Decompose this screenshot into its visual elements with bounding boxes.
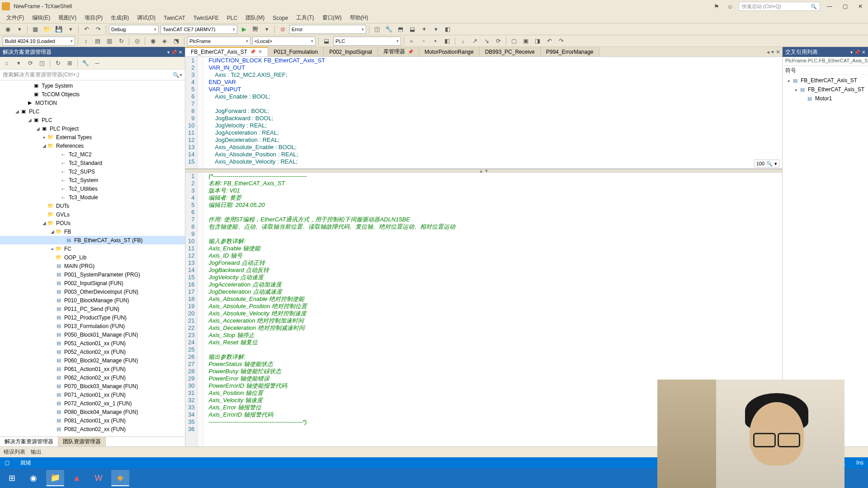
tool-c-icon[interactable]: ⬒ [396,24,406,34]
menu-item[interactable]: 调试(D) [133,13,159,23]
feedback-icon[interactable]: ☺ [725,1,735,11]
home-icon[interactable]: ⌂ [2,58,12,68]
close-icon[interactable]: ✕ [258,49,262,55]
quick-launch-input[interactable]: 快速启动 (Ctrl+Q) 🔍 [739,2,820,11]
back-icon[interactable]: ◉ [3,24,13,34]
tree-item[interactable]: ▤MAIN (PRG) [0,262,185,270]
zoom-control[interactable]: 100🔍▾ [754,160,779,168]
editor-tab[interactable]: MotorPositionRange [419,47,480,56]
local-combo[interactable]: <Local>▾ [252,37,316,46]
tree-item[interactable]: ▤FB_EtherCAT_Axis_ST (FB) [0,236,185,244]
pin-icon[interactable]: 📌 [171,50,177,55]
tool-f-icon[interactable]: ▾ [431,24,441,34]
tree-item[interactable]: ◢📁References [0,141,185,150]
tree-item[interactable]: ◢▣PLC [0,107,185,116]
pin-icon[interactable]: 📌 [408,49,413,54]
dbg-a-icon[interactable]: ▹ [407,36,417,46]
plc-combo[interactable]: PLC▾ [333,37,401,46]
dbg-g-icon[interactable]: ↘ [481,36,491,46]
tool-g-icon[interactable]: ◧ [443,24,453,34]
tree-item[interactable]: •◦Tc2_MC2 [0,150,185,159]
close-all-icon[interactable]: ✕ [776,49,780,55]
tree-item[interactable]: ▤P080_Block04_Manage (FUN) [0,408,185,416]
redo-icon[interactable]: ↷ [93,24,103,34]
menu-item[interactable]: Scope [269,14,292,22]
attach-label[interactable]: 附 [251,25,260,33]
tree-item[interactable]: •◦Tc2_SUPS [0,167,185,176]
tree-item[interactable]: ▤P072_Action02_xx_1 (FUN) [0,399,185,408]
tb2-d-icon[interactable]: ◉ [148,36,158,46]
menu-item[interactable]: 文件(F) [3,13,28,23]
tb2-e-icon[interactable]: ◈ [160,36,170,46]
tb2-a-icon[interactable]: ↕ [81,36,91,46]
minimize-button[interactable]: — [824,2,835,11]
cross-item[interactable]: ▤Motor1 [783,94,868,103]
tree-item[interactable]: •◦Tc2_System [0,176,185,184]
tab-output[interactable]: 输出 [31,448,42,456]
tree-item[interactable]: ▤P061_Action01_xx (FUN) [0,365,185,373]
declaration-editor[interactable]: 123456789101112131415 FUNCTION_BLOCK FB_… [185,57,782,169]
tab-error-list[interactable]: 错误列表 [4,448,25,456]
dbg-h-icon[interactable]: ⟳ [493,36,503,46]
tree-item[interactable]: ▣TcCOM Objects [0,90,185,99]
tree-item[interactable]: ▤P003_OtherDeviceInput (FUN) [0,287,185,296]
undo-icon[interactable]: ↶ [81,24,91,34]
dropdown-icon[interactable]: ▾ [850,50,853,55]
tool-b-icon[interactable]: 🔧 [384,24,394,34]
cross-item[interactable]: ▸▤FB_EtherCAT_Axis_ST [783,85,868,94]
target-icon[interactable]: ◎ [132,36,142,46]
tree-item[interactable]: ▤P060_Block02_Manage (FUN) [0,356,185,365]
config-combo[interactable]: Debug▾ [109,25,159,34]
editor-splitter[interactable]: ▴▾ [185,169,782,173]
tree-item[interactable]: ▤P052_Action02_xx (FUN) [0,347,185,356]
tree-item[interactable]: ◢📁POUs [0,219,185,227]
tree-item[interactable]: ▤P082_Action02_xx (FUN) [0,425,185,433]
tb2-f-icon[interactable]: ⬔ [171,36,181,46]
cross-item[interactable]: ▸▤FB_EtherCAT_Axis_ST [783,76,868,85]
editor-tab[interactable]: FB_EtherCAT_Axis_ST📌✕ [185,47,268,56]
tree-item[interactable]: ▸📁FC [0,244,185,253]
tree-item[interactable]: ▤P062_Action02_xx (FUN) [0,373,185,382]
editor-tab[interactable]: P013_Formulation [268,47,324,56]
tree-item[interactable]: ▤P011_PC_Send (FUN) [0,305,185,313]
maximize-button[interactable]: ▢ [839,2,851,11]
tree-item[interactable]: ▤P002_InputSignal (FUN) [0,279,185,287]
tree-item[interactable]: 📁DUTs [0,202,185,210]
warning-app-icon[interactable]: ▲ [68,470,86,486]
dbg-c-icon[interactable]: ▪ [430,36,440,46]
dropdown-icon[interactable]: ▾ [167,50,170,55]
tree-item[interactable]: ▤P070_Block03_Manage (FUN) [0,382,185,390]
close-icon[interactable]: ✕ [179,50,182,55]
saveall-icon[interactable]: ▾ [66,24,75,34]
open-icon[interactable]: 📁 [42,24,52,34]
prop-icon[interactable]: 🔧 [80,58,90,68]
tree-item[interactable]: ▤P001_SystemParameter (PRG) [0,270,185,279]
editor-tab[interactable]: 库管理器📌 [378,47,419,56]
tree-item[interactable]: 📁GVLs [0,210,185,219]
menu-item[interactable]: 窗口(W) [319,13,345,23]
tree-item[interactable]: •◦Tc2_Standard [0,159,185,167]
tree-item[interactable]: ▤P010_BlockManage (FUN) [0,296,185,305]
editor-tab[interactable]: P994_ErrorManage [541,47,599,56]
tb2-b-icon[interactable]: ▤ [93,36,103,46]
forward-icon[interactable]: ▾ [14,24,24,34]
dbg-f-icon[interactable]: ↗ [470,36,480,46]
explorer-search[interactable]: 搜索解决方案资源管理器(Ctrl+;) 🔍▾ [0,70,185,80]
tool-e-icon[interactable]: ✴ [419,24,429,34]
menu-item[interactable]: 帮助(H) [346,13,372,23]
explorer-icon[interactable]: 📁 [46,470,64,486]
close-button[interactable]: ✕ [854,2,866,11]
start-button[interactable]: ⊞ [3,470,21,486]
frame-combo[interactable]: PlcFrame▾ [187,37,250,46]
menu-item[interactable]: TwinCAT [160,14,189,22]
new-icon[interactable]: ▦ [30,24,40,34]
dbg-j-icon[interactable]: ▣ [521,36,531,46]
build-combo[interactable]: Build 4024.10 (Loaded▾ [3,37,75,46]
pin-icon[interactable]: 📌 [250,49,255,54]
tree-item[interactable]: •◦Tc2_Utilities [0,184,185,193]
dbg-l-icon[interactable]: ↶ [544,36,554,46]
node-icon[interactable]: ⊞ [65,58,75,68]
tab-team-explorer[interactable]: 团队资源管理器 [58,437,106,446]
error-combo[interactable]: Error▾ [289,25,366,34]
hammer-icon[interactable]: ─ [92,58,102,68]
